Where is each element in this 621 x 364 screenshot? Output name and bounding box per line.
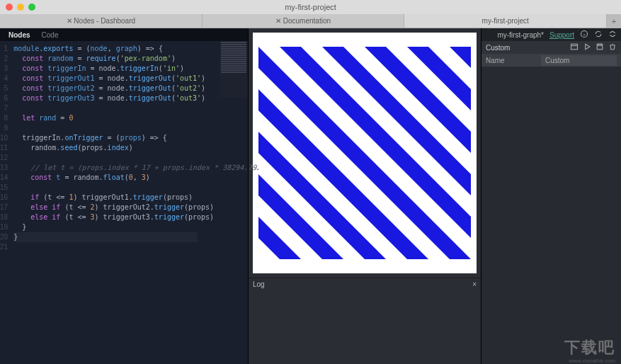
triangle-cell <box>386 238 407 259</box>
view-tab-code[interactable]: Code <box>36 30 64 40</box>
watermark-text: 下载吧 <box>564 337 615 358</box>
svg-rect-6 <box>598 44 602 45</box>
save-icon[interactable] <box>596 42 604 52</box>
line-number: 12 <box>0 153 11 163</box>
trash-icon[interactable] <box>608 42 617 52</box>
cursor-line: } <box>13 232 198 242</box>
triangle-cell <box>301 89 322 110</box>
triangle-cell <box>258 238 280 259</box>
triangle-cell <box>322 195 343 217</box>
triangle-cell <box>365 238 386 259</box>
sync-icon[interactable] <box>594 30 603 40</box>
triangle-cell <box>258 110 280 132</box>
triangle-cell <box>450 217 471 238</box>
inspector-section-header: Custom <box>482 41 621 54</box>
window-title: my-first-project <box>0 3 621 11</box>
triangle-cell <box>343 217 365 238</box>
info-icon[interactable] <box>580 30 588 40</box>
triangle-cell <box>407 68 428 89</box>
triangle-cell <box>365 68 386 89</box>
line-number: 7 <box>0 103 11 113</box>
triangle-cell <box>450 174 471 195</box>
triangle-grid <box>258 47 471 259</box>
line-gutter: 1 2 3 4 5 6 7 8 9 10 11 12 13 14 15 16 1… <box>0 41 11 364</box>
triangle-cell <box>258 89 280 110</box>
log-close-icon[interactable]: × <box>472 280 477 288</box>
triangle-cell <box>301 47 322 68</box>
triangle-cell <box>343 110 365 132</box>
inspector-panel: my-first-graph* Support Custom Name Cust… <box>482 28 621 364</box>
triangle-cell <box>258 195 280 217</box>
support-link[interactable]: Support <box>549 31 574 39</box>
line-number: 6 <box>0 93 11 103</box>
triangle-cell <box>407 174 428 195</box>
add-tab-button[interactable]: + <box>607 14 621 28</box>
triangle-cell <box>407 217 428 238</box>
triangle-cell <box>365 174 386 195</box>
minimize-window-button[interactable] <box>17 4 24 11</box>
line-number: 18 <box>0 212 11 222</box>
triangle-cell <box>280 217 301 238</box>
expand-icon[interactable] <box>608 30 617 40</box>
triangle-cell <box>365 110 386 132</box>
view-tab-nodes[interactable]: Nodes <box>3 30 36 40</box>
triangle-cell <box>450 110 471 132</box>
inspector-body: 下载吧 www.xiazaiba.com <box>482 67 621 364</box>
triangle-cell <box>258 174 280 195</box>
project-tab-my-first-project[interactable]: my-first-project <box>404 14 607 28</box>
triangle-cell <box>258 217 280 238</box>
minimap[interactable] <box>220 41 248 98</box>
triangle-cell <box>322 68 343 89</box>
play-icon[interactable] <box>583 42 591 52</box>
triangle-cell <box>450 238 471 259</box>
triangle-cell <box>365 89 386 110</box>
log-body[interactable] <box>249 290 481 364</box>
line-number: 16 <box>0 193 11 203</box>
triangle-cell <box>258 153 280 174</box>
triangle-cell <box>322 217 343 238</box>
tab-label: ✕ Nodes - Dashboard <box>67 17 136 25</box>
triangle-cell <box>386 217 407 238</box>
triangle-cell <box>365 195 386 217</box>
triangle-cell <box>343 238 365 259</box>
triangle-cell <box>407 132 428 153</box>
triangle-cell <box>322 110 343 132</box>
triangle-cell <box>322 238 343 259</box>
triangle-cell <box>301 132 322 153</box>
plus-icon: + <box>612 17 616 25</box>
triangle-cell <box>343 89 365 110</box>
svg-rect-3 <box>571 44 578 50</box>
triangle-cell <box>450 153 471 174</box>
layout-icon[interactable] <box>570 42 579 52</box>
triangle-cell <box>322 174 343 195</box>
canvas-preview[interactable] <box>253 33 477 273</box>
project-tab-documentation[interactable]: ✕ Documentation <box>203 14 405 28</box>
triangle-cell <box>322 153 343 174</box>
triangle-cell <box>343 174 365 195</box>
triangle-cell <box>301 238 322 259</box>
triangle-cell <box>280 68 301 89</box>
line-number: 8 <box>0 113 11 123</box>
line-number: 3 <box>0 64 11 74</box>
watermark-url: www.xiazaiba.com <box>569 358 615 364</box>
code-editor[interactable]: 1 2 3 4 5 6 7 8 9 10 11 12 13 14 15 16 1… <box>0 41 248 364</box>
triangle-cell <box>428 68 450 89</box>
triangle-cell <box>428 153 450 174</box>
triangle-cell <box>407 47 428 68</box>
maximize-window-button[interactable] <box>28 4 35 11</box>
line-number: 15 <box>0 183 11 193</box>
triangle-cell <box>407 153 428 174</box>
col-custom-value[interactable]: Custom <box>541 55 617 66</box>
inspector-toolbar: my-first-graph* Support <box>482 28 621 41</box>
triangle-cell <box>280 238 301 259</box>
triangle-cell <box>386 195 407 217</box>
triangle-cell <box>280 174 301 195</box>
titlebar: my-first-project <box>0 0 621 14</box>
line-number: 13 <box>0 163 11 173</box>
triangle-cell <box>428 89 450 110</box>
triangle-cell <box>343 195 365 217</box>
triangle-cell <box>450 89 471 110</box>
triangle-cell <box>365 217 386 238</box>
close-window-button[interactable] <box>6 4 13 11</box>
project-tab-dashboard[interactable]: ✕ Nodes - Dashboard <box>0 14 203 28</box>
